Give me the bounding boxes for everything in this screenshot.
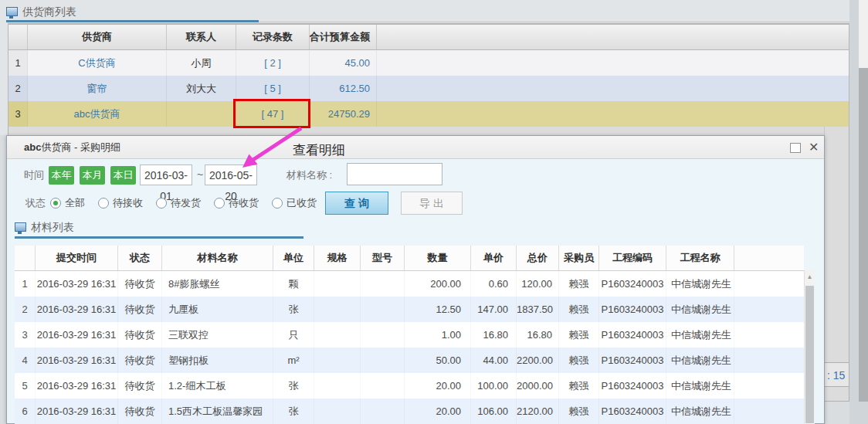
project-name-cell: 中信城谢先生 [666,348,734,373]
material-row[interactable]: 52016-03-29 16:31待收货1.2-细木工板张20.00100.00… [15,373,804,399]
material-name-input[interactable] [347,163,442,185]
scroll-up-icon[interactable]: ▲ [805,272,815,283]
supplier-name-link[interactable]: C供货商 [28,50,167,76]
radio-pending-accept[interactable]: 待接收 [98,196,143,210]
header-status: 状态 [118,246,162,270]
date-range-separator: ~ [197,165,203,185]
header-project-code: 工程编码 [599,246,666,270]
material-row[interactable]: 12016-03-29 16:31待收货8#膨胀螺丝颗200.000.60120… [15,271,804,297]
query-button[interactable]: 查 询 [325,192,388,215]
modal-titlebar[interactable]: abc供货商 - 采购明细 ✕ [7,136,824,159]
purchaser-cell: 赖强 [559,348,599,373]
header-unit-price: 单价 [471,246,517,270]
supplier-row[interactable]: 1C供货商小周[ 2 ]45.00 [8,50,849,76]
header-total-price: 总价 [517,246,559,270]
supplier-name-link[interactable]: 窗帘 [28,76,167,101]
page-size-fragment: : 15 [824,362,849,387]
radio-icon [156,198,167,209]
project-code-cell: P1603240003 [599,348,666,373]
page-right-scroll-strip[interactable] [859,68,868,402]
unit-price-cell: 147.00 [471,297,517,322]
unit-cell: 张 [273,399,314,424]
header-filler [377,25,849,49]
quick-button-this-month[interactable]: 本月 [80,166,105,185]
quantity-cell: 200.00 [405,271,471,297]
unit-cell: m² [273,348,314,373]
material-table-header: 提交时间 状态 材料名称 单位 规格 型号 数量 单价 总价 采购员 工程编码 … [15,246,804,271]
close-icon[interactable]: ✕ [809,140,819,155]
supplier-name-link[interactable]: abc供货商 [28,101,167,127]
submit-time-cell: 2016-03-29 16:31 [36,271,118,297]
unit-cell: 只 [273,322,314,348]
status-cell: 待收货 [118,297,162,322]
radio-all[interactable]: 全部 [50,196,85,210]
status-radio-group: 全部 待接收 待发货 待收货 已收货 [50,194,330,212]
status-cell: 待收货 [118,348,162,373]
status-cell: 待收货 [118,271,162,297]
maximize-icon[interactable] [790,143,801,153]
filler-cell [734,373,804,399]
quick-button-this-year[interactable]: 本年 [49,166,74,185]
modal-title: abc供货商 - 采购明细 [24,136,120,159]
record-count-link[interactable]: [ 2 ] [236,50,310,76]
radio-pending-accept-label: 待接收 [113,196,143,210]
material-row[interactable]: 62016-03-29 16:31待收货1.5西木工板温馨家园张20.00106… [15,399,804,424]
purchaser-cell: 赖强 [559,271,599,297]
header-unit: 单位 [273,246,314,270]
radio-received[interactable]: 已收货 [272,196,317,210]
contact-cell: 刘大大 [167,76,236,101]
header-model: 型号 [361,246,405,270]
tab-material-list[interactable]: 材料列表 [15,219,74,235]
row-index: 5 [15,373,36,399]
page-right-strip-top [859,0,868,68]
material-name-cell: 九厘板 [162,297,273,322]
modal-title-bold: abc [24,141,41,153]
tab-line-extension [259,22,849,22]
screen: : 15 供货商列表 供货商 联系人 记录条数 合计预算金额 1C供货商小周[ … [0,0,868,424]
quantity-cell: 1.00 [405,322,471,348]
header-quantity: 数量 [405,246,471,270]
radio-pending-ship[interactable]: 待发货 [156,196,201,210]
export-button[interactable]: 导 出 [401,192,463,215]
table-scrollbar[interactable]: ▲ [804,270,815,424]
contact-cell: 小周 [167,50,236,76]
purchaser-cell: 赖强 [559,399,599,424]
supplier-row[interactable]: 3abc供货商[ 47 ]24750.29 [8,101,849,127]
spec-cell [314,348,361,373]
radio-icon [214,198,225,209]
tab-supplier-list[interactable]: 供货商列表 [6,3,76,20]
material-name-cell: 塑钢扣板 [162,348,273,373]
row-index: 1 [8,50,28,76]
header-index [15,246,36,270]
project-code-cell: P1603240003 [599,373,666,399]
material-tab-underline [15,236,303,239]
row-index: 3 [8,101,28,127]
material-row[interactable]: 42016-03-29 16:31待收货塑钢扣板m²50.0044.002200… [15,348,804,373]
total-price-cell: 16.80 [517,322,559,348]
scrollbar-thumb[interactable] [805,286,814,423]
spec-cell [314,297,361,322]
header-spec: 规格 [314,246,361,270]
material-name-cell: 8#膨胀螺丝 [162,271,273,297]
spec-cell [314,373,361,399]
radio-pending-receive[interactable]: 待收货 [214,196,259,210]
budget-amount-cell: 24750.29 [310,101,377,127]
record-count-link[interactable]: [ 5 ] [236,76,310,101]
quantity-cell: 50.00 [405,348,471,373]
total-price-cell: 120.00 [517,271,559,297]
total-price-cell: 2200.00 [517,348,559,373]
date-from-input[interactable]: 2016-03-01 [140,165,192,185]
row-index: 2 [15,297,36,322]
filler-cell [377,101,849,127]
material-row[interactable]: 32016-03-29 16:31待收货三联双控只1.0016.8016.80赖… [15,322,804,348]
radio-received-label: 已收货 [287,196,317,210]
project-name-cell: 中信城谢先生 [666,322,734,348]
supplier-table-header: 供货商 联系人 记录条数 合计预算金额 [8,24,849,50]
material-table: 提交时间 状态 材料名称 单位 规格 型号 数量 单价 总价 采购员 工程编码 … [15,246,804,424]
supplier-row[interactable]: 2窗帘刘大大[ 5 ]612.50 [8,76,849,101]
material-row[interactable]: 22016-03-29 16:31待收货九厘板张12.50147.001837.… [15,297,804,322]
tab-supplier-list-label: 供货商列表 [22,5,76,18]
unit-cell: 张 [273,297,314,322]
unit-price-cell: 44.00 [471,348,517,373]
quick-button-today[interactable]: 本日 [110,166,136,185]
